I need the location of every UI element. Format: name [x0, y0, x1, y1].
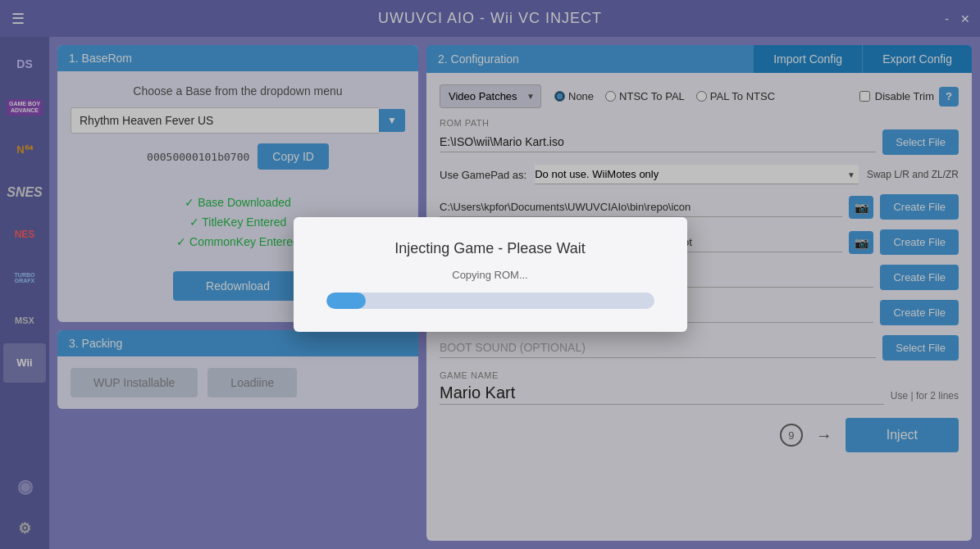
- modal-title: Injecting Game - Please Wait: [394, 240, 585, 257]
- modal-dialog: Injecting Game - Please Wait Copying ROM…: [294, 217, 687, 332]
- modal-overlay: Injecting Game - Please Wait Copying ROM…: [0, 0, 980, 549]
- modal-subtitle: Copying ROM...: [452, 269, 527, 281]
- progress-bar-fill: [326, 293, 366, 309]
- progress-bar-background: [326, 293, 654, 309]
